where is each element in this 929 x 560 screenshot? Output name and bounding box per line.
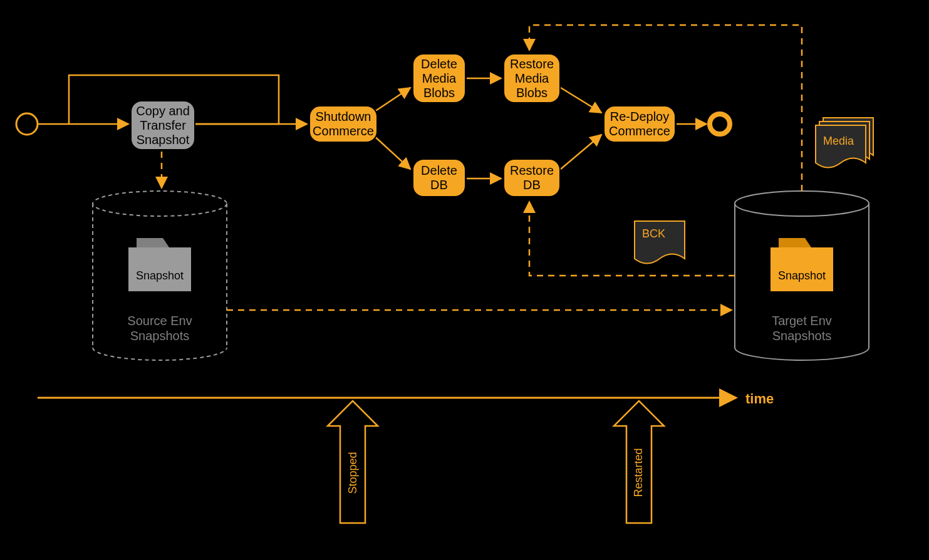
- source-db-label: Source Env Snapshots: [106, 313, 213, 343]
- restarted-label: Restarted: [632, 454, 645, 497]
- node-label: Re-Deploy Commerce: [609, 110, 670, 138]
- shutdown-commerce-node: Shutdown Commerce: [309, 105, 378, 143]
- target-db-label: Target Env Snapshots: [749, 313, 855, 343]
- source-folder-icon: [128, 238, 191, 291]
- node-label: Restore DB: [510, 163, 554, 192]
- start-event-icon: [16, 113, 38, 135]
- bck-label: BCK: [642, 227, 665, 241]
- delete-db-node: Delete DB: [412, 158, 466, 197]
- svg-point-0: [93, 191, 227, 216]
- svg-line-7: [373, 135, 410, 169]
- end-event-icon: [710, 114, 730, 134]
- node-label: Shutdown Commerce: [313, 110, 374, 138]
- restore-media-blobs-node: Restore Media Blobs: [503, 53, 561, 103]
- node-label: Delete DB: [421, 163, 457, 192]
- node-label: Restore Media Blobs: [510, 57, 554, 100]
- media-label: Media: [823, 135, 854, 148]
- svg-point-1: [735, 191, 869, 216]
- svg-line-6: [373, 88, 410, 113]
- node-label: Delete Media Blobs: [421, 57, 457, 100]
- node-label: Copy and Transfer Snapshot: [136, 104, 190, 147]
- source-folder-label: Snapshot: [128, 269, 191, 283]
- redeploy-commerce-node: Re-Deploy Commerce: [603, 105, 676, 143]
- target-folder-label: Snapshot: [771, 269, 833, 283]
- svg-line-11: [561, 135, 601, 169]
- delete-media-blobs-node: Delete Media Blobs: [412, 53, 466, 103]
- restore-db-node: Restore DB: [503, 158, 561, 197]
- stopped-label: Stopped: [346, 457, 360, 494]
- svg-line-10: [561, 88, 601, 113]
- time-axis-label: time: [745, 391, 774, 407]
- target-folder-icon: [771, 238, 833, 291]
- copy-transfer-snapshot-node: Copy and Transfer Snapshot: [130, 100, 195, 150]
